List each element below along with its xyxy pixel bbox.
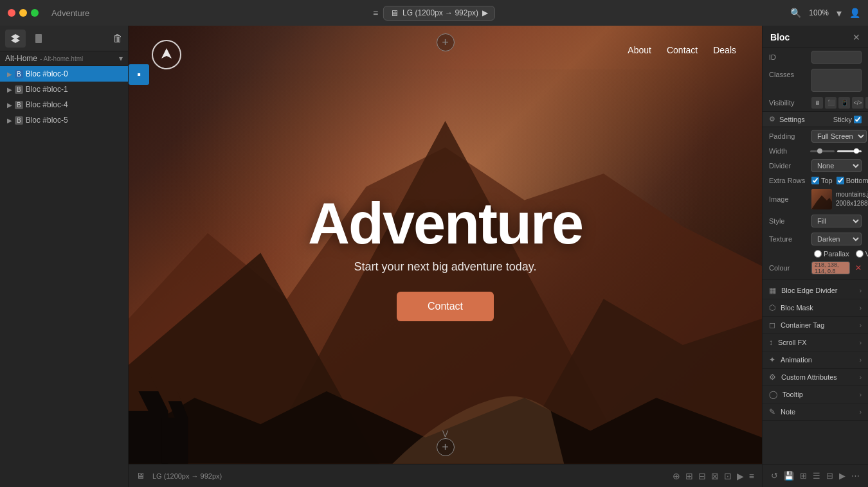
user-icon[interactable]: 👤 (849, 8, 860, 18)
chevron-right-icon: › (860, 287, 862, 294)
sidebar-item-bloc-1[interactable]: ▶ B Bloc #bloc-1 (0, 82, 128, 97)
visibility-code-icon[interactable]: </> (852, 97, 863, 109)
visibility-mobile-icon[interactable]: 📱 (838, 97, 850, 109)
grid-icon[interactable]: ⊠ (711, 471, 719, 481)
search-icon[interactable]: 🔍 (790, 8, 801, 18)
maximize-dot[interactable] (31, 9, 39, 17)
sidebar-tab-pages[interactable] (28, 30, 49, 48)
settings-icon: ⚙ (769, 115, 775, 123)
settings-section-header[interactable]: ⚙ Settings Sticky (763, 111, 868, 127)
image-label: Image (769, 195, 808, 203)
right-panel-title: Bloc (770, 32, 790, 42)
visibility-icons: 🖥 ⬛ 📱 </> 👁 (811, 97, 868, 109)
note-icon: ✎ (769, 407, 775, 416)
sticky-checkbox[interactable] (854, 116, 862, 123)
texture-select[interactable]: Darken None Lighten Overlay (811, 233, 862, 245)
arrange-icon[interactable]: ⊟ (698, 471, 706, 481)
parallax-radio[interactable] (814, 250, 822, 258)
hero-contact-button[interactable]: Contact (397, 292, 494, 321)
video-label: Video (856, 250, 868, 258)
page-chevron-icon[interactable]: ▾ (119, 54, 123, 63)
width-slider-right[interactable] (837, 150, 862, 152)
play-icon[interactable]: ▶ (482, 8, 488, 17)
visibility-tablet-icon[interactable]: ⬛ (825, 97, 836, 109)
bloc-label: Bloc #bloc-0 (26, 69, 68, 78)
nav-contact[interactable]: Contact (667, 45, 698, 55)
titlebar: Adventure ≡ 🖥 LG (1200px → 992px) ▶ 🔍 10… (0, 0, 868, 26)
sidebar-item-bloc-4[interactable]: ▶ B Bloc #bloc-4 (0, 97, 128, 112)
footer-settings-icon[interactable]: ⋯ (851, 471, 860, 481)
section-item-bloc-mask[interactable]: ⬡ Bloc Mask › (763, 299, 868, 317)
page-name: Alt-Home (5, 54, 37, 63)
nav-about[interactable]: About (628, 45, 651, 55)
style-label: Style (769, 217, 808, 225)
section-item-animation[interactable]: ✦ Animation › (763, 351, 868, 369)
sidebar-item-bloc-0[interactable]: ▶ B Bloc #bloc-0 (0, 66, 128, 82)
bottom-checkbox[interactable] (836, 177, 844, 184)
section-item-tooltip[interactable]: ◯ Tooltip › (763, 386, 868, 403)
footer-video-icon[interactable]: ▶ (839, 471, 845, 481)
video-radio[interactable] (856, 250, 863, 258)
colour-swatch[interactable]: 218, 138, 114, 0.8 (811, 261, 850, 274)
style-select[interactable]: Fill Fit Tile (811, 215, 862, 227)
colour-clear-icon[interactable]: ✕ (855, 263, 862, 272)
hamburger-icon[interactable]: ≡ (373, 8, 378, 18)
section-item-container-tag[interactable]: ◻ Container Tag › (763, 317, 868, 334)
right-panel-body: ID Classes Visibility 🖥 ⬛ 📱 </> 👁 (763, 48, 868, 464)
preview-area: + (129, 26, 762, 487)
classes-input[interactable] (811, 69, 862, 92)
nav-deals[interactable]: Deals (713, 45, 736, 55)
id-input[interactable] (811, 51, 862, 64)
add-bloc-bottom-button[interactable]: ⋁ + (437, 430, 455, 456)
visibility-desktop-icon[interactable]: 🖥 (811, 97, 823, 109)
layout-icon[interactable]: ⊡ (724, 471, 732, 481)
visibility-label: Visibility (769, 99, 808, 107)
zoom-chevron-icon[interactable]: ▾ (836, 7, 842, 19)
expand-arrow-icon: ▶ (7, 86, 12, 93)
add-row-icon[interactable]: ⊕ (673, 471, 680, 481)
chevron-right-icon: › (860, 391, 862, 398)
minimize-dot[interactable] (19, 9, 27, 17)
svg-rect-0 (35, 34, 42, 43)
top-checkbox[interactable] (811, 177, 819, 184)
window-controls[interactable] (8, 9, 39, 17)
right-panel: Bloc ✕ ID Classes Visibility 🖥 ⬛ 📱 (762, 26, 868, 487)
section-item-scroll-fx[interactable]: ↕ Scroll FX › (763, 334, 868, 351)
custom-attributes-label: Custom Attributes (781, 373, 854, 381)
width-slider-left[interactable] (810, 150, 835, 152)
bloc-list: ▶ B Bloc #bloc-0 ▶ B Bloc #bloc-1 ▶ B Bl… (0, 66, 128, 487)
footer-layout-icon[interactable]: ⊟ (826, 471, 833, 481)
section-item-bloc-edge-divider[interactable]: ▦ Bloc Edge Divider › (763, 282, 868, 299)
visibility-eye-icon[interactable]: 👁 (865, 97, 868, 109)
parallax-label: Parallax (814, 250, 849, 258)
footer-list-icon[interactable]: ☰ (813, 471, 820, 481)
divider-row: Divider None Line Shadow (763, 157, 868, 175)
add-bloc-top-button[interactable]: + (437, 33, 455, 51)
device-selector[interactable]: 🖥 LG (1200px → 992px) ▶ (383, 6, 495, 21)
sidebar-tab-layers[interactable] (5, 30, 26, 48)
settings-icon[interactable]: ≡ (749, 471, 754, 481)
section-item-note[interactable]: ✎ Note › (763, 403, 868, 421)
colour-value: 218, 138, 114, 0.8 (815, 261, 847, 274)
image-dimensions: 2008x1288px (836, 199, 868, 208)
footer-history-icon[interactable]: ↺ (771, 471, 778, 481)
section-item-custom-attributes[interactable]: ⚙ Custom Attributes › (763, 369, 868, 386)
image-thumbnail[interactable] (811, 189, 832, 209)
top-checkbox-label: Top (811, 177, 833, 184)
page-selector[interactable]: Alt-Home - Alt-home.html ▾ (0, 51, 128, 66)
video-icon[interactable]: ▶ (737, 471, 744, 481)
footer-save-icon[interactable]: 💾 (784, 471, 794, 481)
divider-line (763, 279, 868, 279)
footer-grid-icon[interactable]: ⊞ (800, 471, 807, 481)
padding-select[interactable]: Full Screen None Small Medium Large (811, 130, 867, 143)
id-label: ID (769, 53, 808, 61)
sidebar-item-bloc-5[interactable]: ▶ B Bloc #bloc-5 (0, 112, 128, 128)
split-icon[interactable]: ⊞ (685, 471, 693, 481)
right-panel-close-icon[interactable]: ✕ (853, 32, 860, 42)
bloc-mask-icon: ⬡ (769, 303, 775, 312)
page-file: - Alt-home.html (40, 55, 83, 62)
expand-arrow-icon: ▶ (7, 71, 12, 78)
delete-bloc-button[interactable]: 🗑 (113, 33, 123, 44)
divider-select[interactable]: None Line Shadow (811, 159, 862, 172)
close-dot[interactable] (8, 9, 15, 17)
